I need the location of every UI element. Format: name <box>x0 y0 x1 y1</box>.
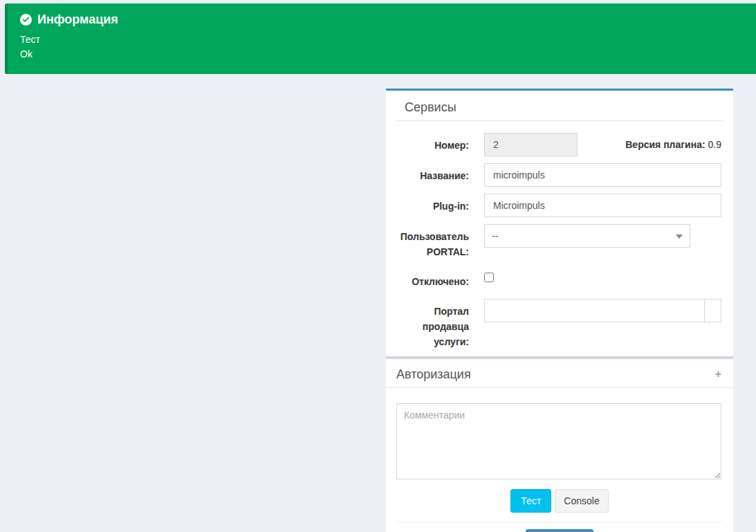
submit-button[interactable]: Изменить <box>526 529 593 532</box>
disabled-label: Отключено: <box>396 269 469 289</box>
form-row-disabled: Отключено: <box>396 269 723 289</box>
seller-portal-label: Портал продавца услуги: <box>396 299 469 349</box>
info-alert: Информация Тест Ok <box>5 3 756 74</box>
divider <box>396 522 723 522</box>
alert-title: Информация <box>37 12 118 27</box>
test-button-row: Тест Console <box>386 489 733 513</box>
plugin-label: Plug-in: <box>396 194 469 217</box>
form-row-name: Название: <box>396 163 723 187</box>
alert-line-1: Тест <box>20 33 742 47</box>
disabled-checkbox[interactable] <box>484 273 494 282</box>
services-title: Сервисы <box>405 100 723 115</box>
name-input[interactable] <box>484 163 721 187</box>
authorization-title: Авторизация <box>396 367 471 382</box>
portal-user-select[interactable]: -- <box>484 224 690 248</box>
form-row-plugin: Plug-in: <box>396 194 723 217</box>
comments-textarea[interactable] <box>396 403 721 479</box>
services-form: Номер: Версия плагина: 0.9 Название: Plu… <box>386 121 733 349</box>
plugin-version: Версия плагина: 0.9 <box>578 133 721 152</box>
seller-portal-lookup-button[interactable] <box>704 299 721 322</box>
number-label: Номер: <box>396 133 469 156</box>
chevron-down-icon <box>676 235 683 239</box>
alert-line-2: Ok <box>20 47 742 62</box>
console-button[interactable]: Console <box>555 489 608 513</box>
plugin-version-value: 0.9 <box>708 139 721 150</box>
test-button[interactable]: Тест <box>510 489 551 513</box>
form-row-portal-user: Пользователь PORTAL: -- <box>396 224 723 259</box>
portal-user-selected-value: -- <box>492 230 498 241</box>
authorization-header: Авторизация + <box>386 359 733 382</box>
portal-user-label: Пользователь PORTAL: <box>396 224 469 259</box>
plugin-input[interactable] <box>484 194 721 217</box>
number-input[interactable] <box>484 133 578 156</box>
plugin-version-label: Версия плагина: <box>625 139 705 150</box>
name-label: Название: <box>396 163 469 187</box>
submit-row: Изменить <box>386 529 733 532</box>
services-panel: Сервисы Номер: Версия плагина: 0.9 Назва… <box>386 89 733 532</box>
expand-plus-icon[interactable]: + <box>714 367 723 382</box>
divider <box>386 387 733 388</box>
seller-portal-input[interactable] <box>484 299 705 322</box>
check-circle-icon <box>20 14 32 26</box>
form-row-seller-portal: Портал продавца услуги: <box>396 299 723 349</box>
form-row-number: Номер: Версия плагина: 0.9 <box>396 133 723 156</box>
